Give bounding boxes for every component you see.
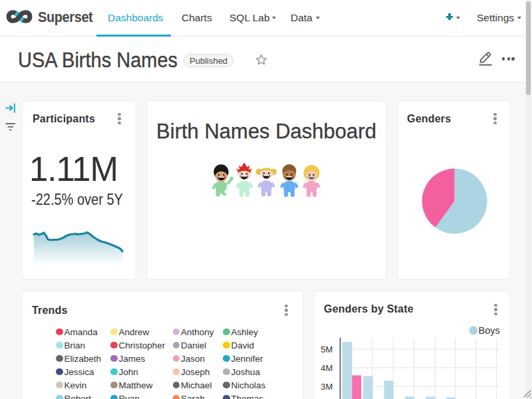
svg-text:3M: 3M	[321, 382, 332, 392]
svg-text:4M: 4M	[321, 363, 332, 373]
svg-text:5M: 5M	[321, 344, 332, 354]
svg-text:Boys: Boys	[479, 325, 500, 336]
